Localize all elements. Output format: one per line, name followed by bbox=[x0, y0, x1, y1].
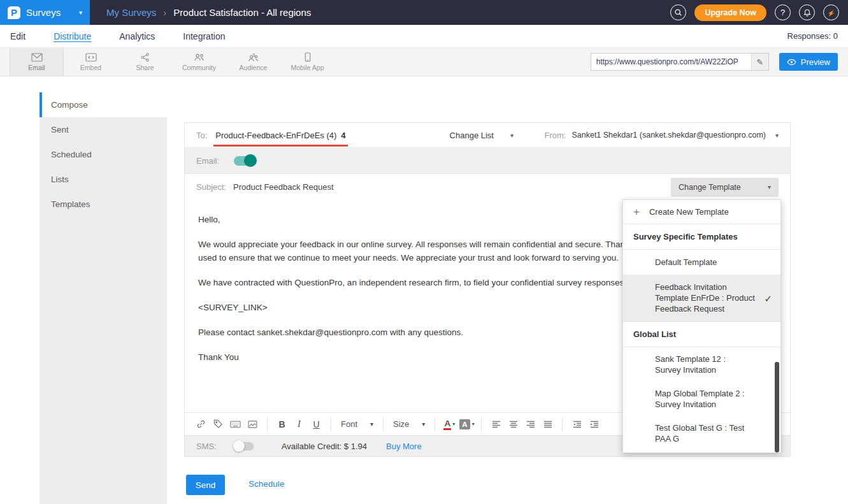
notifications-button[interactable] bbox=[799, 4, 815, 20]
merge-tag-button[interactable] bbox=[210, 416, 227, 433]
sidebar-item-compose[interactable]: Compose bbox=[40, 92, 167, 117]
channel-email[interactable]: Email bbox=[10, 48, 64, 76]
insert-image-button[interactable] bbox=[244, 416, 261, 433]
breadcrumb: My Surveys › Product Satisfaction - All … bbox=[106, 7, 311, 18]
sidebar-item-scheduled[interactable]: Scheduled bbox=[40, 142, 167, 167]
embed-icon bbox=[85, 53, 97, 62]
responses-count: Responses: 0 bbox=[787, 31, 838, 41]
sidebar-item-templates[interactable]: Templates bbox=[40, 192, 167, 217]
template-item-test-global-g[interactable]: Test Global Test G : Test PAA G bbox=[623, 416, 780, 450]
link-icon bbox=[196, 419, 206, 429]
outdent-button[interactable] bbox=[568, 416, 586, 433]
to-label: To: bbox=[196, 131, 207, 140]
help-button[interactable]: ? bbox=[775, 4, 791, 20]
template-item-label: Feedback Invitation Template EnFrDe : Pr… bbox=[655, 282, 755, 313]
global-list-section-header: Global List bbox=[623, 322, 780, 347]
outdent-icon bbox=[573, 421, 582, 428]
change-list-dropdown[interactable]: Change List ▾ bbox=[450, 131, 514, 140]
template-item-default[interactable]: Default Template bbox=[623, 250, 780, 275]
tab-analytics[interactable]: Analytics bbox=[119, 31, 155, 41]
search-button[interactable] bbox=[670, 4, 686, 20]
channel-mobile-app[interactable]: Mobile App bbox=[280, 48, 334, 76]
tab-integration[interactable]: Integration bbox=[183, 31, 225, 41]
channel-share[interactable]: Share bbox=[118, 48, 172, 76]
insert-link-button[interactable] bbox=[192, 416, 210, 433]
highlight-color-button[interactable]: A ▾ bbox=[458, 416, 475, 433]
subject-row: Subject: Product Feedback Request Change… bbox=[185, 174, 790, 200]
toolbar-separator bbox=[435, 417, 435, 431]
channel-embed[interactable]: Embed bbox=[64, 48, 118, 76]
image-icon bbox=[248, 421, 257, 428]
create-new-template-item[interactable]: + Create New Template bbox=[623, 200, 780, 224]
channel-label: Mobile App bbox=[291, 64, 324, 71]
preview-button[interactable]: Preview bbox=[779, 53, 838, 71]
italic-button[interactable]: I bbox=[291, 416, 308, 433]
send-button[interactable]: Send bbox=[186, 475, 225, 495]
upgrade-now-button[interactable]: Upgrade Now bbox=[694, 4, 766, 21]
audience-icon: $ bbox=[248, 53, 259, 62]
underline-button[interactable]: U bbox=[308, 416, 325, 433]
bold-button[interactable]: B bbox=[273, 416, 291, 433]
align-justify-icon bbox=[543, 421, 552, 428]
email-toggle[interactable] bbox=[234, 156, 255, 166]
chevron-down-icon: ▾ bbox=[79, 9, 82, 16]
breadcrumb-my-surveys[interactable]: My Surveys bbox=[106, 7, 156, 18]
available-credit: Available Credit: $ 1.94 bbox=[282, 442, 367, 451]
email-icon bbox=[31, 53, 43, 62]
indent-icon bbox=[590, 421, 599, 428]
chevron-down-icon: ▾ bbox=[775, 132, 779, 139]
tab-edit[interactable]: Edit bbox=[10, 31, 25, 41]
size-dropdown-label: Size bbox=[393, 419, 409, 429]
schedule-link[interactable]: Schedule bbox=[248, 479, 284, 489]
page-title: Product Satisfaction - All regions bbox=[173, 7, 311, 18]
from-value: Sanket1 Shekdar1 (sanket.shekdar@questio… bbox=[571, 131, 766, 140]
template-item-sank-12[interactable]: Sank Template 12 : Survey Invitation bbox=[623, 347, 780, 382]
surveys-menu-button[interactable]: P Surveys ▾ bbox=[0, 0, 90, 25]
font-dropdown-label: Font bbox=[341, 419, 357, 429]
edit-url-button[interactable]: ✎ bbox=[751, 54, 768, 70]
toolbar-separator bbox=[562, 417, 563, 431]
font-size-dropdown[interactable]: Size ▾ bbox=[389, 419, 429, 429]
buy-more-link[interactable]: Buy More bbox=[386, 442, 422, 451]
align-justify-button[interactable] bbox=[539, 416, 556, 433]
align-right-button[interactable] bbox=[522, 416, 539, 433]
channel-audience[interactable]: $ Audience bbox=[226, 48, 280, 76]
channel-label: Share bbox=[136, 64, 154, 71]
mobile-app-icon bbox=[305, 52, 311, 62]
change-template-button[interactable]: Change Template ▾ bbox=[671, 178, 779, 197]
keyboard-button[interactable] bbox=[227, 416, 244, 433]
menu-scrollbar-thumb[interactable] bbox=[775, 362, 779, 452]
tag-icon bbox=[213, 419, 223, 429]
text-color-button[interactable]: A ▾ bbox=[441, 416, 458, 433]
whats-new-button[interactable] bbox=[823, 4, 839, 20]
font-family-dropdown[interactable]: Font ▾ bbox=[337, 419, 377, 429]
template-item-map-global-2[interactable]: Map Global Template 2 : Survey Invitatio… bbox=[623, 382, 780, 416]
align-right-icon bbox=[526, 421, 535, 428]
whats-new-icon bbox=[827, 8, 836, 17]
subject-label: Subject: bbox=[196, 182, 226, 192]
sidebar-item-lists[interactable]: Lists bbox=[40, 167, 167, 192]
chevron-down-icon: ▾ bbox=[370, 421, 373, 428]
align-left-button[interactable] bbox=[487, 416, 505, 433]
survey-templates-section-header: Survey Specific Templates bbox=[623, 224, 780, 250]
recipient-list-value[interactable]: Product-Feedback-EnFrDeEs (4)4 bbox=[213, 124, 347, 147]
subject-value[interactable]: Product Feedback Request bbox=[233, 182, 334, 192]
tab-distribute[interactable]: Distribute bbox=[54, 31, 91, 41]
template-item-feedback-invitation[interactable]: Feedback Invitation Template EnFrDe : Pr… bbox=[623, 275, 780, 322]
align-left-icon bbox=[492, 421, 501, 428]
channel-community[interactable]: Community bbox=[172, 48, 226, 76]
chevron-down-icon: ▾ bbox=[510, 132, 514, 139]
channel-label: Community bbox=[182, 64, 216, 71]
indent-button[interactable] bbox=[586, 416, 603, 433]
sidebar-item-sent[interactable]: Sent bbox=[40, 117, 167, 142]
from-dropdown[interactable]: From: Sanket1 Shekdar1 (sanket.shekdar@q… bbox=[544, 131, 779, 140]
survey-url-input[interactable] bbox=[591, 54, 751, 70]
align-center-button[interactable] bbox=[505, 416, 522, 433]
channel-label: Email bbox=[28, 64, 45, 71]
survey-nav-tabs: Edit Distribute Analytics Integration Re… bbox=[0, 25, 848, 48]
chevron-down-icon: ▾ bbox=[422, 421, 425, 428]
sms-toggle[interactable] bbox=[234, 442, 254, 450]
survey-url-box: ✎ bbox=[591, 53, 769, 71]
recipient-count-badge: 4 bbox=[341, 131, 345, 140]
email-toggle-label: Email: bbox=[196, 156, 219, 166]
